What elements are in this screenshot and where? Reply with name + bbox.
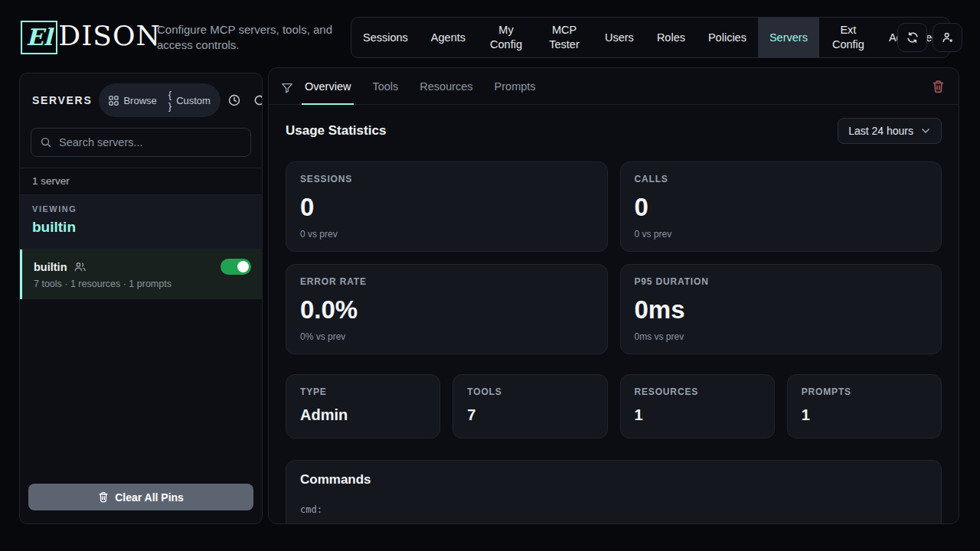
trash-icon — [98, 491, 109, 503]
toggle-knob — [237, 261, 249, 272]
stat-delta: 0 vs prev — [635, 229, 928, 240]
search-icon — [40, 136, 52, 148]
stat-value: 0 — [635, 194, 928, 220]
viewing-label: VIEWING — [32, 204, 250, 214]
stat-delta: 0ms vs prev — [635, 331, 928, 342]
viewing-panel: VIEWING builtin — [20, 195, 262, 249]
history-clock-icon[interactable] — [227, 93, 241, 107]
stat-label: SESSIONS — [300, 174, 593, 184]
user-settings-icon — [941, 31, 955, 44]
stat-card-error-rate: ERROR RATE 0.0% 0% vs prev — [286, 264, 608, 354]
stat-label: P95 DURATION — [635, 276, 928, 287]
nav-item-users[interactable]: Users — [593, 18, 645, 57]
stat-card-sessions: SESSIONS 0 0 vs prev — [286, 161, 608, 252]
chevron-down-icon — [920, 126, 931, 136]
server-enabled-toggle[interactable] — [220, 259, 251, 275]
info-value: Admin — [300, 406, 426, 424]
info-label: RESOURCES — [635, 386, 760, 397]
nav-item-policies[interactable]: Policies — [697, 18, 758, 57]
stat-card-p95-duration: P95 DURATION 0ms 0ms vs prev — [620, 264, 942, 354]
server-search — [31, 128, 251, 157]
commands-cmd-label: cmd: — [300, 504, 927, 515]
nav-item-mcp-tester[interactable]: MCP Tester — [535, 18, 593, 57]
nav-item-ext-config[interactable]: Ext Config — [819, 18, 877, 57]
nav-item-agents[interactable]: Agents — [420, 18, 477, 57]
stat-card-calls: CALLS 0 0 vs prev — [620, 161, 942, 252]
tab-overview[interactable]: Overview — [294, 68, 361, 104]
app-tagline: Configure MCP servers, tools, and access… — [157, 22, 333, 53]
server-meta: 7 tools · 1 resources · 1 prompts — [34, 279, 251, 289]
info-value: 1 — [635, 406, 760, 424]
info-card-prompts: PROMPTS 1 — [787, 374, 942, 439]
tab-resources[interactable]: Resources — [409, 68, 483, 104]
browse-mode-option[interactable]: Browse — [109, 95, 156, 106]
brand-logo: El DISON — [21, 20, 161, 54]
stat-delta: 0% vs prev — [300, 331, 593, 342]
info-card-tools: TOOLS 7 — [452, 374, 607, 439]
server-detail-panel: Overview Tools Resources Prompts Usage S… — [268, 67, 959, 524]
stat-label: ERROR RATE — [300, 276, 593, 287]
usage-statistics-title: Usage Statistics — [286, 123, 386, 139]
nav-item-roles[interactable]: Roles — [645, 18, 697, 57]
braces-icon: { } — [168, 89, 172, 112]
search-input[interactable] — [59, 136, 242, 148]
detail-tabbar: Overview Tools Resources Prompts — [269, 68, 959, 105]
reload-servers-icon[interactable] — [253, 93, 263, 107]
server-mode-toggle: Browse { } Custom — [99, 83, 220, 117]
delete-server-button[interactable] — [927, 75, 949, 98]
sidebar-title: SERVERS — [32, 94, 92, 106]
servers-sidebar: SERVERS Browse { } Custom — [19, 73, 263, 524]
commands-card: Commands cmd: — [286, 460, 942, 524]
nav-item-my-config[interactable]: My Config — [477, 18, 535, 57]
time-range-select[interactable]: Last 24 hours — [838, 118, 942, 144]
user-settings-button[interactable] — [933, 23, 962, 52]
stat-value: 0 — [300, 194, 593, 220]
info-label: TYPE — [300, 386, 426, 397]
info-value: 7 — [467, 406, 593, 424]
info-label: TOOLS — [467, 386, 593, 397]
server-count: 1 server — [20, 168, 262, 195]
brand-logo-text: DISON — [58, 20, 161, 51]
stat-delta: 0 vs prev — [300, 229, 593, 240]
info-value: 1 — [802, 406, 927, 424]
tab-tools[interactable]: Tools — [361, 68, 409, 104]
commands-title: Commands — [300, 472, 927, 487]
brand-logo-monogram: El — [21, 21, 57, 54]
top-nav: Sessions Agents My Config MCP Tester Use… — [351, 17, 950, 58]
nav-item-servers[interactable]: Servers — [758, 18, 819, 57]
clear-all-pins-button[interactable]: Clear All Pins — [28, 484, 253, 510]
refresh-icon — [906, 31, 920, 44]
server-name: builtin — [34, 261, 67, 273]
refresh-button[interactable] — [897, 23, 927, 52]
grid-icon — [109, 96, 119, 106]
custom-mode-option[interactable]: { } Custom — [168, 89, 211, 112]
stat-value: 0.0% — [300, 297, 593, 322]
users-icon — [74, 261, 87, 272]
server-list-item-builtin[interactable]: builtin 7 tools · 1 resources · 1 prompt… — [20, 249, 262, 299]
viewing-value: builtin — [32, 219, 250, 236]
stat-label: CALLS — [635, 174, 928, 184]
filter-funnel-icon[interactable] — [280, 81, 294, 95]
tab-prompts[interactable]: Prompts — [484, 68, 547, 104]
info-card-type: TYPE Admin — [286, 374, 440, 439]
stat-value: 0ms — [635, 297, 928, 322]
info-label: PROMPTS — [802, 386, 927, 397]
delete-trash-icon — [932, 80, 945, 93]
nav-item-sessions[interactable]: Sessions — [351, 18, 420, 57]
info-card-resources: RESOURCES 1 — [620, 374, 775, 439]
